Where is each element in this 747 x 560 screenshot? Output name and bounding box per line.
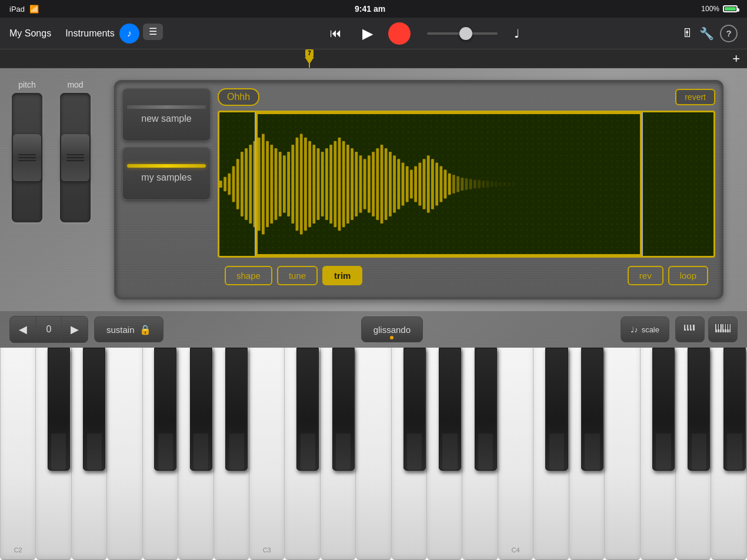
toolbar-left: My Songs Instruments — [9, 28, 115, 39]
pitch-slider-group: pitch — [12, 80, 42, 222]
key-c3[interactable]: C3 — [249, 348, 285, 560]
rev-button[interactable]: rev — [628, 266, 663, 285]
key-ds2[interactable] — [83, 348, 105, 471]
sustain-button[interactable]: sustain 🔒 — [94, 316, 164, 342]
svg-rect-44 — [397, 159, 400, 209]
lock-icon: 🔒 — [139, 324, 151, 335]
svg-rect-27 — [325, 148, 328, 220]
key-ds4[interactable] — [581, 348, 603, 471]
glissando-button[interactable]: glissando — [361, 316, 423, 342]
key-as3[interactable] — [474, 348, 496, 471]
svg-rect-50 — [423, 159, 426, 209]
trim-handle-left[interactable] — [255, 112, 257, 256]
glissando-label: glissando — [374, 325, 411, 335]
octave-up-button[interactable]: ▶ — [62, 316, 88, 342]
key-gs4[interactable] — [688, 348, 710, 471]
svg-rect-28 — [329, 145, 332, 224]
key-c2[interactable]: C2 — [0, 348, 36, 560]
key-gs2[interactable] — [190, 348, 212, 471]
playhead[interactable]: 7 — [309, 49, 310, 68]
waveform-display[interactable] — [218, 111, 715, 258]
revert-button[interactable]: revert — [675, 89, 715, 105]
my-samples-button[interactable]: my samples — [122, 147, 211, 200]
svg-rect-43 — [393, 155, 396, 213]
playhead-triangle — [305, 57, 314, 64]
svg-rect-21 — [300, 134, 303, 235]
mod-slider[interactable] — [60, 93, 91, 222]
svg-rect-57 — [452, 175, 455, 194]
pitch-slider[interactable] — [12, 93, 42, 222]
key-gs3[interactable] — [439, 348, 461, 471]
sample-name-badge[interactable]: Ohhh — [218, 88, 259, 106]
metronome-icon[interactable]: ♩ — [514, 26, 519, 41]
key-f2[interactable] — [107, 348, 142, 560]
svg-rect-60 — [465, 178, 468, 190]
key-cs3[interactable] — [296, 348, 319, 471]
new-sample-label: new sample — [141, 114, 191, 124]
svg-rect-61 — [469, 179, 472, 189]
svg-rect-78 — [691, 325, 692, 329]
svg-rect-25 — [317, 148, 320, 220]
key-fs2[interactable] — [154, 348, 176, 471]
play-button[interactable]: ▶ — [356, 22, 379, 45]
sampler-left: new sample my samples — [122, 88, 211, 291]
svg-rect-41 — [385, 148, 388, 220]
help-button[interactable]: ? — [720, 25, 738, 42]
svg-rect-48 — [414, 166, 417, 202]
svg-rect-88 — [723, 324, 725, 329]
scale-label: scale — [642, 325, 659, 334]
svg-rect-51 — [427, 155, 430, 213]
octave-down-button[interactable]: ◀ — [10, 316, 36, 342]
time-display: 9:41 am — [355, 4, 385, 14]
key-f4[interactable] — [605, 348, 640, 560]
scale-button[interactable]: ♩♪ scale — [621, 316, 669, 342]
key-as4[interactable] — [723, 348, 746, 471]
svg-rect-34 — [355, 152, 358, 216]
svg-rect-52 — [431, 159, 434, 209]
key-fs4[interactable] — [652, 348, 675, 471]
key-cs4[interactable] — [545, 348, 568, 471]
tempo-slider[interactable] — [427, 32, 498, 35]
svg-rect-6 — [236, 159, 239, 209]
waveform-svg — [219, 112, 713, 256]
trim-handle-right[interactable] — [641, 112, 643, 256]
wrench-icon[interactable]: 🔧 — [699, 26, 714, 41]
loop-button[interactable]: loop — [668, 266, 708, 285]
key-ds3[interactable] — [332, 348, 355, 471]
key-cs2[interactable] — [48, 348, 70, 471]
keyboard-controls: ◀ 0 ▶ sustain 🔒 glissando ♩♪ scale — [0, 311, 747, 348]
smartinstrument-icon[interactable]: ♪ — [119, 24, 139, 44]
svg-rect-18 — [287, 152, 290, 216]
instruments-button[interactable]: Instruments — [65, 28, 115, 39]
chord-layout-icon — [683, 324, 697, 335]
add-track-button[interactable]: + — [732, 51, 740, 66]
svg-rect-2 — [219, 181, 222, 188]
keyboard-layout-buttons — [675, 316, 738, 342]
tab-tune[interactable]: tune — [277, 266, 318, 285]
svg-rect-26 — [321, 152, 324, 216]
instrument-area: pitch mod — [0, 68, 747, 560]
pitch-thumb — [13, 134, 41, 181]
record-button[interactable] — [388, 22, 411, 45]
rewind-button[interactable]: ⏮ — [325, 22, 347, 45]
key-f3[interactable] — [356, 348, 391, 560]
svg-rect-33 — [351, 148, 354, 220]
tab-trim[interactable]: trim — [322, 266, 362, 285]
new-sample-button[interactable]: new sample — [122, 88, 211, 141]
mixer-icon[interactable]: 🎚 — [682, 26, 693, 40]
tracks-icon[interactable]: ☰ — [143, 24, 163, 40]
toolbar-center: ⏮ ▶ ♩ — [163, 22, 682, 45]
svg-rect-40 — [381, 145, 383, 224]
my-songs-button[interactable]: My Songs — [9, 28, 51, 39]
svg-rect-7 — [241, 152, 244, 216]
key-fs3[interactable] — [403, 348, 426, 471]
tab-shape[interactable]: shape — [225, 266, 272, 285]
keyboard-layout-button[interactable] — [708, 316, 738, 342]
svg-rect-86 — [716, 324, 718, 329]
svg-rect-65 — [486, 181, 489, 188]
svg-rect-66 — [491, 181, 493, 187]
key-c4[interactable]: C4 — [498, 348, 533, 560]
key-as2[interactable] — [225, 348, 248, 471]
svg-rect-17 — [283, 155, 286, 213]
chord-layout-button[interactable] — [675, 316, 705, 342]
